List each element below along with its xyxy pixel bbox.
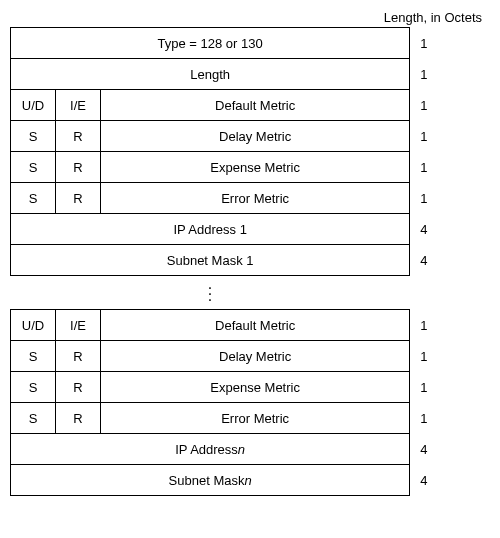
flag-r: R [56,121,101,151]
flag-s: S [11,403,56,433]
label-prefix: Subnet Mask [169,473,245,488]
length-value: 4 [410,464,490,496]
length-value: 4 [410,213,490,245]
label-suffix-n: n [238,442,245,457]
length-value: 1 [410,182,490,214]
table-row: Length 1 [10,58,490,90]
field-delay-metric: Delay Metric [101,121,409,151]
flag-r: R [56,152,101,182]
table-row: S R Delay Metric 1 [10,340,490,372]
table-row: Type = 128 or 130 1 [10,27,490,59]
length-value: 1 [410,89,490,121]
flag-r: R [56,341,101,371]
flag-r: R [56,403,101,433]
table-row: IP Address 1 4 [10,213,490,245]
length-value: 1 [410,309,490,341]
field-expense-metric: Expense Metric [101,152,409,182]
length-value: 4 [410,433,490,465]
length-value: 1 [410,151,490,183]
field-default-metric: Default Metric [101,310,409,340]
field-length: Length [11,59,409,89]
flag-s: S [11,183,56,213]
length-value: 1 [410,120,490,152]
field-type: Type = 128 or 130 [11,28,409,58]
length-value: 1 [410,340,490,372]
table-row: S R Error Metric 1 [10,402,490,434]
field-ip-address: IP Address n [11,434,409,464]
flag-ud: U/D [11,310,56,340]
flag-s: S [11,341,56,371]
length-value: 1 [410,27,490,59]
ellipsis-icon: ... [10,275,410,309]
flag-ie: I/E [56,90,101,120]
entry-block-1: Type = 128 or 130 1 Length 1 U/D I/E Def… [10,27,490,276]
length-value: 1 [410,371,490,403]
length-value: 1 [410,402,490,434]
flag-r: R [56,372,101,402]
table-row: S R Expense Metric 1 [10,151,490,183]
flag-ud: U/D [11,90,56,120]
table-row: S R Expense Metric 1 [10,371,490,403]
table-row: S R Error Metric 1 [10,182,490,214]
flag-s: S [11,372,56,402]
length-header: Length, in Octets [10,10,490,25]
flag-r: R [56,183,101,213]
field-ip-address: IP Address 1 [11,214,409,244]
table-row: Subnet Mask 1 4 [10,244,490,276]
field-delay-metric: Delay Metric [101,341,409,371]
label-suffix-n: n [244,473,251,488]
field-error-metric: Error Metric [101,183,409,213]
length-value: 4 [410,244,490,276]
field-error-metric: Error Metric [101,403,409,433]
table-row: U/D I/E Default Metric 1 [10,309,490,341]
field-subnet-mask: Subnet Mask 1 [11,245,409,275]
table-row: IP Address n 4 [10,433,490,465]
table-row: Subnet Mask n 4 [10,464,490,496]
field-expense-metric: Expense Metric [101,372,409,402]
field-subnet-mask: Subnet Mask n [11,465,409,495]
packet-diagram: Length, in Octets Type = 128 or 130 1 Le… [10,10,490,496]
flag-ie: I/E [56,310,101,340]
field-default-metric: Default Metric [101,90,409,120]
table-row: S R Delay Metric 1 [10,120,490,152]
flag-s: S [11,152,56,182]
entry-block-n: U/D I/E Default Metric 1 S R Delay Metri… [10,309,490,496]
table-row: U/D I/E Default Metric 1 [10,89,490,121]
length-value: 1 [410,58,490,90]
label-prefix: IP Address [175,442,238,457]
flag-s: S [11,121,56,151]
